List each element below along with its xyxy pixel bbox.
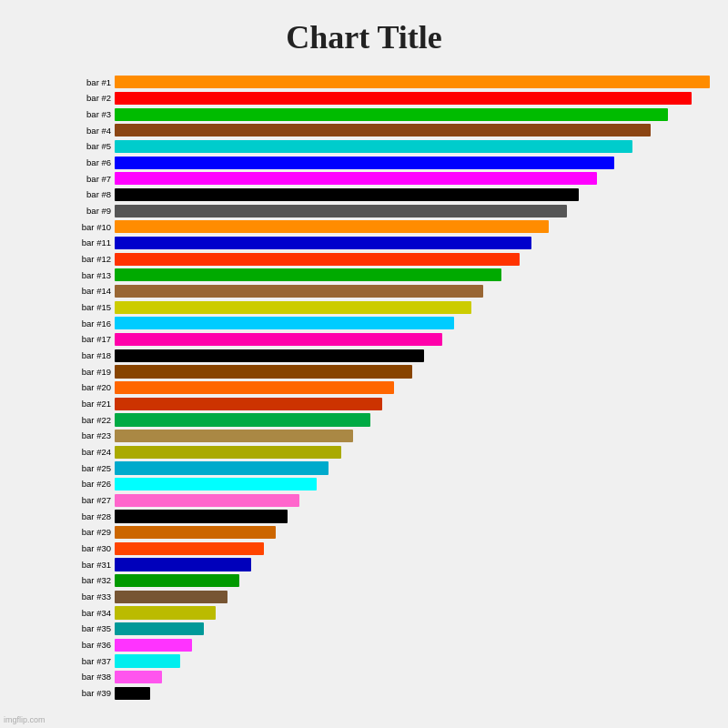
bar-fill — [115, 622, 204, 635]
bar-label: bar #24 — [64, 448, 111, 457]
bar-label: bar #37 — [64, 657, 111, 666]
bar-row: bar #7 — [64, 171, 710, 187]
bar-fill — [115, 220, 549, 233]
bar-track — [115, 236, 710, 251]
bar-row: bar #1 — [64, 75, 710, 90]
bar-track — [115, 396, 710, 411]
bar-label: bar #14 — [64, 287, 111, 296]
bar-label: bar #1 — [64, 78, 111, 87]
bar-track — [115, 429, 710, 444]
bar-fill — [115, 671, 162, 683]
bar-fill — [115, 301, 471, 314]
bar-fill — [115, 494, 299, 507]
bar-row: bar #37 — [64, 653, 710, 669]
bar-track — [115, 509, 710, 524]
bar-track — [115, 332, 710, 348]
bar-row: bar #24 — [64, 444, 710, 460]
bar-row: bar #28 — [64, 509, 710, 524]
bar-fill — [115, 157, 614, 169]
bar-fill — [115, 140, 632, 153]
bar-track — [115, 155, 710, 170]
bar-track — [115, 670, 710, 685]
bar-row: bar #20 — [64, 380, 710, 396]
bar-label: bar #17 — [64, 335, 111, 344]
bar-track — [115, 75, 710, 90]
bar-fill — [115, 349, 424, 362]
bar-track — [115, 477, 710, 492]
bar-label: bar #21 — [64, 399, 111, 409]
bar-track — [115, 492, 710, 508]
bar-label: bar #22 — [64, 416, 111, 425]
bar-fill — [115, 639, 192, 652]
bar-row: bar #34 — [64, 605, 710, 621]
bar-label: bar #36 — [64, 641, 111, 650]
bar-label: bar #8 — [64, 190, 111, 199]
bar-label: bar #11 — [64, 238, 111, 248]
bar-row: bar #6 — [64, 155, 710, 170]
bar-track — [115, 139, 710, 155]
bar-row: bar #21 — [64, 396, 710, 411]
bar-row: bar #18 — [64, 348, 710, 363]
bar-label: bar #3 — [64, 110, 111, 119]
bar-fill — [115, 108, 668, 121]
bar-row: bar #3 — [64, 106, 710, 122]
bar-row: bar #23 — [64, 429, 710, 444]
bar-label: bar #25 — [64, 464, 111, 473]
bar-label: bar #31 — [64, 561, 111, 570]
bar-row: bar #30 — [64, 541, 710, 556]
chart-container: Chart Title bar #1bar #2bar #3bar #4bar … — [0, 0, 728, 728]
bar-row: bar #14 — [64, 284, 710, 299]
bar-track — [115, 380, 710, 396]
bar-fill — [115, 92, 692, 105]
bar-track — [115, 557, 710, 572]
bar-track — [115, 187, 710, 203]
bar-row: bar #27 — [64, 492, 710, 508]
bar-row: bar #12 — [64, 251, 710, 267]
bar-fill — [115, 446, 341, 459]
bar-row: bar #5 — [64, 139, 710, 155]
bar-row: bar #22 — [64, 412, 710, 428]
bar-fill — [115, 574, 239, 587]
bar-label: bar #34 — [64, 609, 111, 618]
bar-row: bar #35 — [64, 622, 710, 637]
bar-track — [115, 348, 710, 363]
bar-row: bar #26 — [64, 477, 710, 492]
bar-row: bar #13 — [64, 268, 710, 283]
bar-fill — [115, 333, 442, 346]
bar-track — [115, 605, 710, 621]
bar-label: bar #28 — [64, 512, 111, 521]
bar-fill — [115, 654, 180, 667]
bar-label: bar #26 — [64, 480, 111, 489]
bar-row: bar #15 — [64, 299, 710, 315]
bar-row: bar #36 — [64, 638, 710, 653]
bar-label: bar #20 — [64, 383, 111, 392]
bar-fill — [115, 510, 288, 522]
bar-track — [115, 525, 710, 541]
bar-track — [115, 686, 710, 702]
bar-fill — [115, 478, 317, 490]
bar-track — [115, 171, 710, 187]
bar-row: bar #32 — [64, 573, 710, 589]
bar-track — [115, 316, 710, 331]
bar-fill — [115, 76, 710, 88]
bar-track — [115, 638, 710, 653]
bar-track — [115, 653, 710, 669]
bar-fill — [115, 413, 370, 426]
bar-label: bar #13 — [64, 271, 111, 280]
chart-title: Chart Title — [286, 18, 442, 56]
bar-label: bar #6 — [64, 158, 111, 167]
bar-row: bar #33 — [64, 590, 710, 605]
bar-track — [115, 268, 710, 283]
bar-fill — [115, 172, 597, 185]
bar-track — [115, 219, 710, 235]
bar-fill — [115, 526, 276, 539]
bar-fill — [115, 268, 501, 281]
bar-label: bar #16 — [64, 319, 111, 329]
bar-label: bar #39 — [64, 689, 111, 698]
bar-track — [115, 251, 710, 267]
bar-track — [115, 444, 710, 460]
bar-track — [115, 284, 710, 299]
bar-row: bar #4 — [64, 123, 710, 138]
bar-track — [115, 203, 710, 218]
bar-track — [115, 91, 710, 106]
